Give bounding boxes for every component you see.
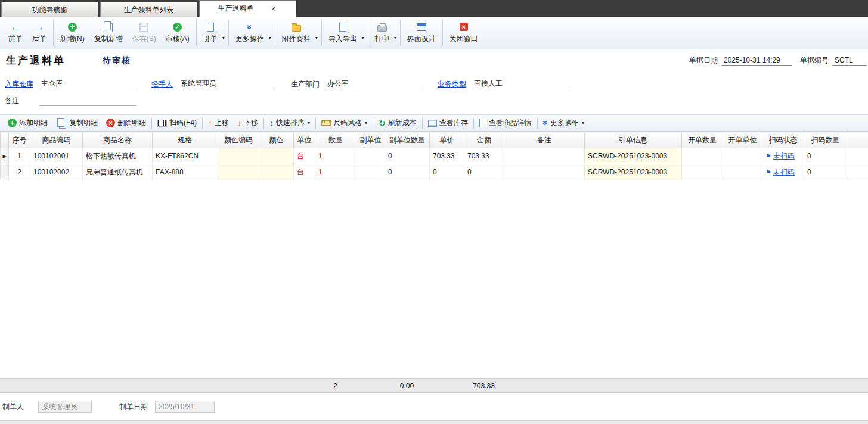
remark-input[interactable] xyxy=(39,95,136,106)
cell-scan-qty[interactable]: 0 xyxy=(804,164,847,180)
cell-ref-info[interactable]: SCRWD-20251023-0003 xyxy=(585,148,682,164)
biztype-input[interactable]: 直接人工 xyxy=(472,79,569,89)
cell-name[interactable]: 松下热敏传真机 xyxy=(83,148,153,164)
col-header-code[interactable]: 商品编码 xyxy=(30,132,83,148)
cell-price[interactable]: 0 xyxy=(430,164,464,180)
cell-sub-unit[interactable] xyxy=(356,148,385,164)
tab-production-return[interactable]: 生产退料单 × xyxy=(199,0,296,17)
cell-amount[interactable]: 0 xyxy=(464,164,504,180)
scan-status-link[interactable]: 未扫码 xyxy=(773,152,795,160)
cell-color[interactable] xyxy=(259,164,294,180)
cell-remark[interactable] xyxy=(504,164,585,180)
cell-unit[interactable]: 台 xyxy=(294,148,315,164)
cell-amount[interactable]: 703.33 xyxy=(464,148,504,164)
caret-down-icon[interactable]: ▾ xyxy=(362,35,364,40)
copy-new-button[interactable]: 复制新增 xyxy=(89,18,128,48)
scan-status-link[interactable]: 未扫码 xyxy=(773,168,795,176)
cell-code[interactable]: 100102002 xyxy=(30,164,83,180)
delete-detail-button[interactable]: × 删除明细 xyxy=(102,115,150,131)
caret-down-icon[interactable]: ▾ xyxy=(394,35,396,40)
col-header-ref-info[interactable]: 引单信息 xyxy=(585,132,682,148)
tab-function-nav[interactable]: 功能导航窗 xyxy=(1,2,98,17)
col-header-order-qty[interactable]: 开单数量 xyxy=(682,132,723,148)
more-actions-button[interactable]: » 更多操作 xyxy=(231,18,269,48)
table-row[interactable]: ▶ 1 100102001 松下热敏传真机 KX-FT862CN 台 1 0 7… xyxy=(1,148,868,164)
quick-sort-button[interactable]: ↕ 快速排序 ▾ xyxy=(265,115,314,131)
cell-seq[interactable]: 2 xyxy=(9,164,30,180)
audit-button[interactable]: ✓ 审核(A) xyxy=(161,18,194,48)
ui-design-button[interactable]: 界面设计 xyxy=(402,18,441,48)
cell-scan-status[interactable]: ⚑未扫码 xyxy=(762,164,804,180)
cell-ref-info[interactable]: SCRWD-20251023-0003 xyxy=(585,164,682,180)
col-header-seq[interactable]: 序号 xyxy=(9,132,30,148)
new-button[interactable]: + 新增(N) xyxy=(55,18,89,48)
col-header-spec[interactable]: 规格 xyxy=(153,132,218,148)
warehouse-label[interactable]: 入库仓库 xyxy=(5,79,33,89)
warehouse-input[interactable]: 主仓库 xyxy=(39,79,136,89)
cell-scan-qty[interactable]: 0 xyxy=(804,148,847,164)
cell-sub-unit[interactable] xyxy=(356,164,385,180)
cell-order-unit[interactable] xyxy=(723,164,762,180)
copy-detail-button[interactable]: 复制明细 xyxy=(52,115,102,131)
col-header-order-unit[interactable]: 开单单位 xyxy=(723,132,762,148)
import-export-button[interactable]: ↓ 导入导出 xyxy=(324,18,362,48)
attachments-button[interactable]: 附件资料 xyxy=(277,18,315,48)
cell-sub-qty[interactable]: 0 xyxy=(385,164,430,180)
print-button[interactable]: 打印 xyxy=(370,18,394,48)
cell-sub-qty[interactable]: 0 xyxy=(385,148,430,164)
col-header-color-code[interactable]: 颜色编码 xyxy=(218,132,259,148)
biztype-label[interactable]: 业务类型 xyxy=(438,79,466,89)
more-detail-actions-button[interactable]: » 更多操作 ▾ xyxy=(539,115,588,131)
close-window-button[interactable]: × 关闭窗口 xyxy=(445,18,483,48)
scan-button[interactable]: 扫码(F4) xyxy=(153,115,201,131)
cell-spec[interactable]: FAX-888 xyxy=(153,164,218,180)
col-header-sub-qty[interactable]: 副单位数量 xyxy=(385,132,430,148)
cell-spec[interactable]: KX-FT862CN xyxy=(153,148,218,164)
cell-order-qty[interactable] xyxy=(682,148,723,164)
col-header-name[interactable]: 商品名称 xyxy=(83,132,153,148)
handler-input[interactable]: 系统管理员 xyxy=(179,79,275,89)
caret-down-icon[interactable]: ▾ xyxy=(269,35,271,40)
col-header-qty[interactable]: 数量 xyxy=(315,132,356,148)
cell-color[interactable] xyxy=(259,148,294,164)
col-header-unit[interactable]: 单位 xyxy=(294,132,315,148)
tab-material-requisition-list[interactable]: 生产领料单列表 xyxy=(100,2,197,17)
dept-input[interactable]: 办公室 xyxy=(326,79,422,89)
cell-qty[interactable]: 1 xyxy=(315,148,356,164)
doc-date-input[interactable]: 2025-10-31 14:29 xyxy=(721,56,792,66)
move-up-button[interactable]: ↑ 上移 xyxy=(204,115,233,131)
view-product-button[interactable]: 查看商品详情 xyxy=(475,115,536,131)
cell-name[interactable]: 兄弟普通纸传真机 xyxy=(83,164,153,180)
cell-qty[interactable]: 1 xyxy=(315,164,356,180)
col-header-color[interactable]: 颜色 xyxy=(259,132,294,148)
cell-color-code[interactable] xyxy=(218,164,259,180)
cell-unit[interactable]: 台 xyxy=(294,164,315,180)
add-detail-button[interactable]: + 添加明细 xyxy=(4,115,52,131)
col-header-amount[interactable]: 金额 xyxy=(464,132,504,148)
cell-order-unit[interactable] xyxy=(723,148,762,164)
move-down-button[interactable]: ↓ 下移 xyxy=(233,115,262,131)
pull-order-button[interactable]: → 引单 xyxy=(199,18,222,48)
table-row[interactable]: 2 100102002 兄弟普通纸传真机 FAX-888 台 1 0 0 0 S… xyxy=(1,164,868,180)
col-header-sub-unit[interactable]: 副单位 xyxy=(356,132,385,148)
col-header-scan-qty[interactable]: 扫码数量 xyxy=(804,132,847,148)
cell-order-qty[interactable] xyxy=(682,164,723,180)
cell-scan-status[interactable]: ⚑未扫码 xyxy=(762,148,804,164)
col-header-remark[interactable]: 备注 xyxy=(504,132,585,148)
cell-seq[interactable]: 1 xyxy=(9,148,30,164)
cell-code[interactable]: 100102001 xyxy=(30,148,83,164)
cell-remark[interactable] xyxy=(504,148,585,164)
view-stock-button[interactable]: 查看库存 xyxy=(424,115,472,131)
caret-down-icon[interactable]: ▾ xyxy=(315,35,318,40)
refresh-cost-button[interactable]: ↻ 刷新成本 xyxy=(374,115,421,131)
size-style-button[interactable]: 尺码风格 ▾ xyxy=(317,115,371,131)
col-header-scan-status[interactable]: 扫码状态 xyxy=(762,132,804,148)
handler-label[interactable]: 经手人 xyxy=(151,79,173,89)
col-header-price[interactable]: 单价 xyxy=(430,132,464,148)
caret-down-icon[interactable]: ▾ xyxy=(222,35,225,40)
next-doc-button[interactable]: → 后单 xyxy=(27,18,51,48)
cell-color-code[interactable] xyxy=(218,148,259,164)
tab-close-icon[interactable]: × xyxy=(269,4,278,13)
doc-no-input[interactable]: SCTL xyxy=(832,56,867,66)
cell-price[interactable]: 703.33 xyxy=(430,148,464,164)
